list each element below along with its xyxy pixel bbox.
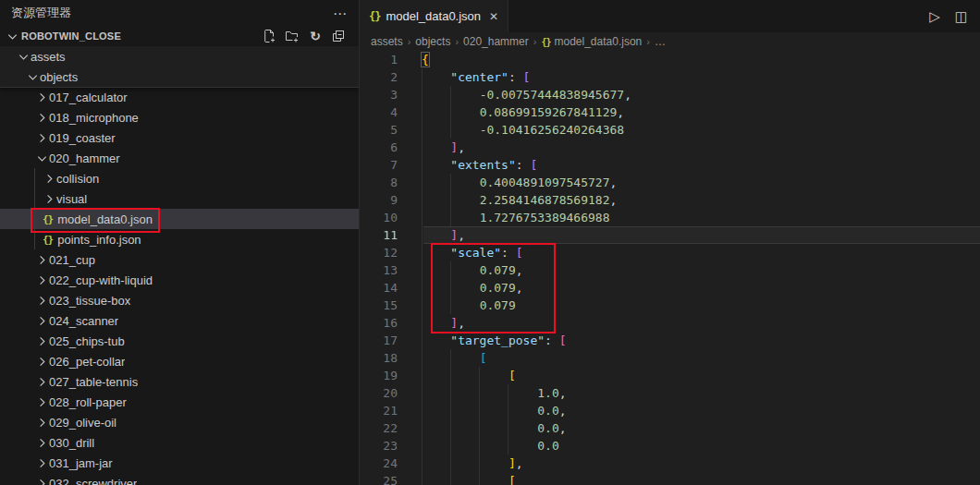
tree-folder-025_chips-tub[interactable]: 025_chips-tub	[0, 331, 359, 351]
tree-folder-020_hammer[interactable]: 020_hammer	[0, 148, 359, 168]
code-line-15[interactable]: 15 0.079	[360, 297, 980, 314]
tree-folder-023_tissue-box[interactable]: 023_tissue-box	[0, 290, 359, 310]
line-number: 4	[360, 103, 398, 121]
code-line-19[interactable]: 19 [	[360, 367, 980, 384]
code-line-21[interactable]: 21 0.0,	[360, 402, 980, 419]
breadcrumb-separator: ›	[646, 36, 650, 47]
tab-label: model_data0.json	[386, 9, 481, 23]
code-text: 0.0,	[422, 419, 567, 437]
tree-folder-027_table-tennis[interactable]: 027_table-tennis	[0, 371, 359, 392]
code-text: 2.2584146878569182,	[422, 191, 617, 209]
chevron-down-icon	[26, 69, 40, 84]
code-line-10[interactable]: 10 1.7276753389466988	[360, 209, 980, 226]
tree-file-model_data0.json[interactable]: {}model_data0.json	[0, 209, 359, 229]
code-text: 0.0,	[422, 402, 567, 419]
chevron-right-icon	[35, 435, 49, 450]
tree-item-label: 018_microphone	[49, 111, 139, 125]
explorer-sidebar: 资源管理器 ⋯ ROBOTWIN_CLOSE ↻ assetsobjects 0…	[0, 0, 360, 485]
code-line-12[interactable]: 12 "scale": [	[360, 244, 980, 261]
code-line-16[interactable]: 16 ],	[360, 314, 980, 332]
line-number: 5	[360, 121, 398, 139]
tree-item-label: 017_calculator	[49, 91, 128, 104]
code-line-20[interactable]: 20 1.0,	[360, 384, 980, 402]
line-number: 20	[360, 384, 398, 402]
explorer-title-bar: 资源管理器 ⋯	[0, 0, 359, 26]
tree-item-label: visual	[56, 192, 87, 206]
code-line-22[interactable]: 22 0.0,	[360, 419, 980, 437]
code-line-2[interactable]: 2 "center": [	[360, 68, 980, 86]
new-folder-icon[interactable]	[285, 29, 300, 43]
code-line-14[interactable]: 14 0.079,	[360, 279, 980, 297]
tree-item-label: 020_hammer	[49, 152, 120, 165]
code-line-6[interactable]: 6 ],	[360, 139, 980, 156]
tree-folder-visual[interactable]: visual	[0, 188, 359, 209]
tree-item-label: 023_tissue-box	[49, 294, 130, 308]
close-tab-icon[interactable]: ✕	[489, 10, 498, 23]
line-number: 23	[360, 437, 398, 455]
chevron-right-icon	[35, 415, 49, 430]
code-line-3[interactable]: 3 -0.00757444838945677,	[360, 86, 980, 103]
split-editor-icon[interactable]: ◫	[955, 9, 968, 23]
code-line-5[interactable]: 5 -0.10416256240264368	[360, 121, 980, 139]
code-text: 0.079,	[422, 279, 523, 297]
tree-folder-assets[interactable]: assets	[0, 46, 359, 67]
tree-folder-032_screwdriver[interactable]: 032_screwdriver	[0, 473, 359, 485]
code-line-7[interactable]: 7 "extents": [	[360, 156, 980, 174]
tree-folder-collision[interactable]: collision	[0, 168, 359, 188]
line-number: 9	[360, 191, 398, 209]
tree-file-points_info.json[interactable]: {}points_info.json	[0, 229, 359, 249]
tree-folder-026_pet-collar[interactable]: 026_pet-collar	[0, 351, 359, 371]
refresh-icon[interactable]: ↻	[308, 29, 323, 43]
more-actions-icon[interactable]: ⋯	[333, 6, 348, 20]
explorer-title: 资源管理器	[11, 5, 71, 21]
tree-folder-022_cup-with-liquid[interactable]: 022_cup-with-liquid	[0, 270, 359, 290]
collapse-folders-icon[interactable]	[331, 29, 346, 43]
code-line-1[interactable]: 1{	[360, 51, 980, 68]
tab-model-data0-json[interactable]: {} model_data0.json ✕	[360, 0, 508, 32]
breadcrumb-item-objects[interactable]: objects	[415, 35, 450, 48]
tree-indent-guide	[34, 168, 35, 249]
editor-actions: ▷ ◫	[929, 0, 980, 32]
code-line-11[interactable]: 11 ],	[360, 226, 980, 244]
run-icon[interactable]: ▷	[929, 9, 940, 23]
chevron-right-icon	[35, 90, 49, 104]
code-line-8[interactable]: 8 0.4004891097545727,	[360, 174, 980, 191]
tree-folder-018_microphone[interactable]: 018_microphone	[0, 107, 359, 127]
chevron-down-icon	[6, 29, 19, 43]
new-file-icon[interactable]	[262, 29, 276, 43]
code-line-25[interactable]: 25 [	[360, 472, 980, 485]
code-line-17[interactable]: 17 "target_pose": [	[360, 332, 980, 349]
breadcrumb-item-020_hammer[interactable]: 020_hammer	[463, 35, 529, 48]
code-line-24[interactable]: 24 ],	[360, 455, 980, 472]
tree-item-label: 019_coaster	[49, 131, 116, 145]
chevron-right-icon	[35, 333, 49, 348]
tree-folder-029_olive-oil[interactable]: 029_olive-oil	[0, 412, 359, 432]
tree-folder-017_calculator[interactable]: 017_calculator	[0, 87, 359, 107]
breadcrumb-item-assets[interactable]: assets	[371, 35, 403, 48]
code-line-18[interactable]: 18 [	[360, 349, 980, 367]
code-editor[interactable]: 1{2 "center": [3 -0.00757444838945677,4 …	[360, 51, 980, 485]
tree-item-label: 029_olive-oil	[49, 416, 116, 430]
line-number: 24	[360, 455, 398, 472]
workspace-section-header[interactable]: ROBOTWIN_CLOSE ↻	[0, 26, 359, 46]
chevron-right-icon	[35, 455, 49, 470]
code-text: {	[422, 51, 429, 68]
tree-folder-019_coaster[interactable]: 019_coaster	[0, 127, 359, 148]
chevron-right-icon	[35, 394, 49, 409]
tree-folder-028_roll-paper[interactable]: 028_roll-paper	[0, 392, 359, 412]
code-line-23[interactable]: 23 0.0	[360, 437, 980, 455]
code-line-13[interactable]: 13 0.079,	[360, 261, 980, 279]
tree-folder-031_jam-jar[interactable]: 031_jam-jar	[0, 453, 359, 473]
tree-folder-030_drill[interactable]: 030_drill	[0, 432, 359, 453]
tree-folder-021_cup[interactable]: 021_cup	[0, 249, 359, 270]
chevron-down-icon	[35, 151, 49, 165]
breadcrumb-item-…[interactable]: …	[655, 35, 666, 48]
breadcrumb-item-model_data0.json[interactable]: {}model_data0.json	[541, 35, 642, 48]
code-line-4[interactable]: 4 0.08699159267841129,	[360, 103, 980, 121]
tree-folder-objects[interactable]: objects	[0, 67, 359, 87]
code-text: [	[422, 349, 486, 367]
code-line-9[interactable]: 9 2.2584146878569182,	[360, 191, 980, 209]
code-text: ],	[422, 455, 523, 472]
tree-folder-024_scanner[interactable]: 024_scanner	[0, 310, 359, 331]
chevron-right-icon	[35, 273, 49, 287]
